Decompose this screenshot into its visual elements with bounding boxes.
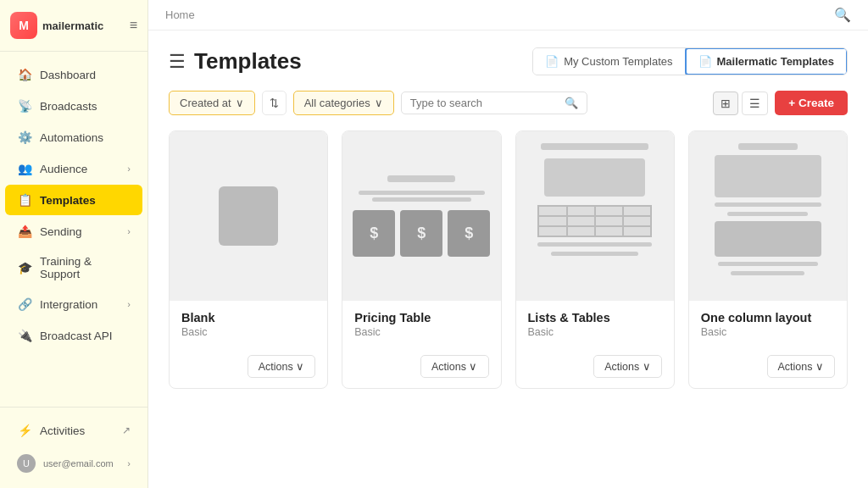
all-categories-filter[interactable]: All categories ∨ — [293, 91, 394, 115]
sidebar-item-label: Sending — [40, 225, 82, 238]
search-icon[interactable]: 🔍 — [834, 7, 851, 23]
main-content: Home 🔍 ☰ Templates 📄 My Custom Templates… — [148, 0, 868, 488]
audience-icon: 👥 — [17, 161, 32, 176]
template-info: Lists & Tables Basic — [516, 301, 674, 355]
logo: M mailermatic — [10, 12, 103, 39]
actions-button-lists[interactable]: Actions ∨ — [593, 355, 661, 378]
chevron-right-icon: › — [127, 299, 131, 309]
sidebar-item-dashboard[interactable]: 🏠 Dashboard — [5, 59, 142, 90]
sidebar-item-user[interactable]: U user@email.com › — [5, 446, 142, 480]
dropdown-arrow-icon: ∨ — [375, 97, 383, 109]
sidebar-navigation: 🏠 Dashboard 📡 Broadcasts ⚙️ Automations … — [0, 52, 147, 407]
sending-icon: 📤 — [17, 224, 32, 239]
integration-icon: 🔗 — [17, 297, 32, 312]
list-icon: ☰ — [749, 97, 760, 110]
sort-filter[interactable]: ⇅ — [262, 91, 287, 115]
page-title: Templates — [194, 48, 302, 75]
sidebar-item-label: Templates — [40, 194, 96, 207]
template-card-pricing: $ $ $ Pricing Table Basic Actions ∨ — [342, 130, 501, 389]
sidebar-item-activities[interactable]: ⚡ Activities ↗ — [5, 415, 142, 446]
template-footer: Actions ∨ — [689, 355, 847, 388]
search-input-wrap: 🔍 — [401, 92, 587, 114]
preview-bar — [387, 175, 455, 182]
logo-text: mailermatic — [42, 19, 103, 32]
page-title-icon: ☰ — [169, 51, 186, 73]
template-preview-pricing: $ $ $ — [342, 131, 500, 301]
tab-label: My Custom Templates — [564, 55, 672, 68]
pricing-card-icon: $ — [353, 210, 395, 257]
tab-icon: 📄 — [545, 55, 559, 68]
template-info: Pricing Table Basic — [342, 301, 500, 355]
sidebar-item-integration[interactable]: 🔗 Intergration › — [5, 289, 142, 319]
hamburger-menu-icon[interactable]: ≡ — [130, 18, 137, 33]
broadcasts-icon: 📡 — [17, 98, 32, 114]
filter-label: Created at — [180, 97, 231, 109]
actions-label: Actions ∨ — [259, 360, 304, 373]
sidebar-item-label: Automations — [40, 131, 103, 144]
tab-label: Mailermatic Templates — [717, 55, 834, 68]
actions-button-blank[interactable]: Actions ∨ — [248, 355, 315, 378]
sidebar-item-label: Dashboard — [40, 69, 96, 81]
template-card-one-col: One column layout Basic Actions ∨ — [688, 130, 848, 389]
search-input[interactable] — [410, 97, 559, 109]
template-name: Blank — [181, 311, 315, 324]
actions-button-one-col[interactable]: Actions ∨ — [767, 355, 835, 378]
list-view-button[interactable]: ☰ — [742, 92, 768, 115]
pricing-card-icon: $ — [448, 210, 490, 257]
view-toggle: ⊞ ☰ — [713, 92, 768, 115]
sidebar-item-label: Training & Support — [40, 255, 131, 280]
tab-mailermatic-templates[interactable]: 📄 Mailermatic Templates — [685, 47, 848, 75]
sidebar-item-label: Intergration — [40, 298, 97, 311]
tab-icon: 📄 — [698, 55, 712, 68]
dashboard-icon: 🏠 — [17, 67, 32, 82]
sidebar-item-label: Activities — [40, 424, 85, 437]
sidebar-logo: M mailermatic ≡ — [0, 0, 147, 52]
automations-icon: ⚙️ — [17, 130, 32, 145]
template-name: Lists & Tables — [528, 311, 662, 324]
logo-icon: M — [10, 12, 37, 39]
template-category: Basic — [528, 326, 662, 338]
template-category: Basic — [354, 326, 488, 338]
user-label: user@email.com — [43, 458, 114, 469]
template-tabs: 📄 My Custom Templates 📄 Mailermatic Temp… — [532, 47, 848, 75]
sidebar-item-label: Audience — [40, 163, 87, 175]
sidebar-item-templates[interactable]: 📋 Templates — [5, 185, 142, 215]
sidebar-item-broadcast-api[interactable]: 🔌 Broadcast API — [5, 320, 142, 351]
actions-label: Actions ∨ — [778, 360, 824, 373]
page-header: ☰ Templates 📄 My Custom Templates 📄 Mail… — [169, 47, 848, 75]
chevron-right-icon: › — [127, 226, 131, 236]
template-card-blank: Blank Basic Actions ∨ — [169, 130, 328, 389]
sidebar: M mailermatic ≡ 🏠 Dashboard 📡 Broadcasts… — [0, 0, 148, 488]
template-footer: Actions ∨ — [516, 355, 674, 388]
sidebar-bottom: ⚡ Activities ↗ U user@email.com › — [0, 407, 147, 488]
chevron-right-icon: › — [127, 164, 131, 174]
avatar: U — [17, 454, 36, 473]
actions-button-pricing[interactable]: Actions ∨ — [420, 355, 488, 378]
sidebar-item-label: Broadcasts — [40, 100, 97, 113]
template-info: Blank Basic — [170, 301, 327, 355]
templates-icon: 📋 — [17, 192, 32, 208]
template-footer: Actions ∨ — [342, 355, 500, 388]
tab-my-custom-templates[interactable]: 📄 My Custom Templates — [533, 48, 685, 75]
create-button-label: + Create — [788, 97, 834, 109]
actions-label: Actions ∨ — [604, 360, 650, 373]
template-name: One column layout — [701, 311, 835, 324]
template-card-lists: Lists & Tables Basic Actions ∨ — [515, 130, 675, 389]
activities-icon: ⚡ — [17, 423, 32, 438]
sidebar-item-automations[interactable]: ⚙️ Automations — [5, 122, 142, 152]
created-at-filter[interactable]: Created at ∨ — [169, 91, 255, 115]
category-label: All categories — [304, 97, 370, 109]
dropdown-arrow-icon: ∨ — [236, 97, 244, 109]
sidebar-item-training-support[interactable]: 🎓 Training & Support — [5, 247, 142, 288]
sidebar-item-broadcasts[interactable]: 📡 Broadcasts — [5, 91, 142, 121]
template-footer: Actions ∨ — [170, 355, 327, 388]
sidebar-item-audience[interactable]: 👥 Audience › — [5, 153, 142, 184]
sidebar-item-sending[interactable]: 📤 Sending › — [5, 216, 142, 247]
template-info: One column layout Basic — [689, 301, 847, 355]
template-category: Basic — [701, 326, 835, 338]
grid-icon: ⊞ — [721, 97, 731, 110]
grid-view-button[interactable]: ⊞ — [713, 92, 738, 115]
filters-row: Created at ∨ ⇅ All categories ∨ 🔍 ⊞ ☰ — [169, 91, 848, 115]
create-button[interactable]: + Create — [775, 91, 848, 115]
sort-icon: ⇅ — [270, 97, 279, 109]
